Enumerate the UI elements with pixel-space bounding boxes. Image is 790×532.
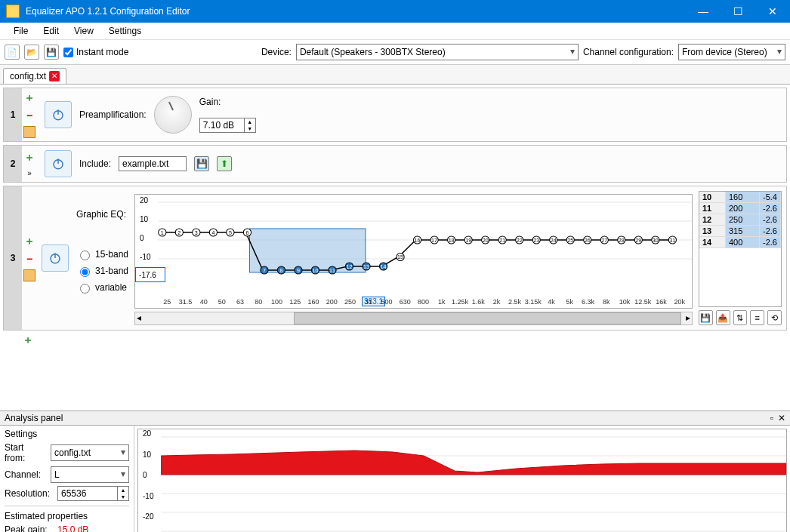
minimize-button[interactable]: — [686, 0, 721, 23]
add-filter-icon[interactable]: ＋ [24, 235, 35, 248]
svg-text:10: 10 [313, 268, 319, 274]
svg-text:3: 3 [195, 230, 198, 236]
tab-close-icon[interactable]: ✕ [49, 71, 60, 81]
tab-config[interactable]: config.txt ✕ [3, 68, 66, 84]
band-table[interactable]: 10160-5.411200-2.612250-2.613315-2.61440… [699, 191, 782, 307]
gain-input[interactable] [200, 119, 244, 131]
edit-filter-icon[interactable] [23, 126, 35, 138]
svg-text:25: 25 [567, 238, 573, 244]
remove-filter-icon[interactable]: − [26, 253, 32, 265]
save-file-button[interactable]: 💾 [44, 45, 59, 60]
svg-text:28: 28 [619, 238, 625, 244]
menu-file[interactable]: File [6, 24, 35, 38]
open-include-button[interactable]: ⬆ [217, 156, 232, 171]
channel-config-dropdown[interactable]: From device (Stereo) [678, 44, 785, 60]
add-row-icon[interactable]: ＋ [23, 334, 33, 346]
power-icon [51, 157, 65, 171]
analysis-chart[interactable]: 20100-10-20-30 6789102030405060100200300… [137, 429, 787, 532]
eq-graph[interactable]: 1234567891011121314151617181920212223242… [134, 194, 693, 309]
include-label: Include: [79, 158, 111, 169]
scroll-left-icon[interactable]: ◂ [137, 312, 141, 323]
svg-text:4: 4 [211, 230, 214, 236]
svg-text:24: 24 [551, 238, 557, 244]
band-row[interactable]: 12250-2.6 [699, 214, 781, 226]
menu-view[interactable]: View [66, 24, 101, 38]
eq-h-scrollbar[interactable]: ◂ ▸ [134, 312, 693, 325]
svg-text:26: 26 [585, 238, 591, 244]
open-file-button[interactable]: 📂 [24, 45, 39, 60]
svg-text:31: 31 [669, 238, 675, 244]
app-icon [6, 5, 20, 18]
add-filter-icon[interactable]: ＋ [24, 151, 35, 165]
mode-variable-radio[interactable]: variable [76, 281, 128, 294]
svg-text:27: 27 [601, 238, 607, 244]
close-button[interactable]: ✕ [755, 0, 790, 23]
graphic-eq-label: Graphic EQ: [76, 209, 128, 220]
row-number-3: 3 [4, 186, 22, 330]
svg-text:1: 1 [161, 230, 164, 236]
add-filter-icon[interactable]: ＋ [24, 91, 35, 105]
invert-bands-button[interactable]: ⇅ [733, 310, 748, 325]
edit-filter-icon[interactable] [23, 269, 35, 281]
power-button[interactable] [45, 101, 72, 128]
close-panel-icon[interactable]: ✕ [778, 413, 785, 423]
channel-dropdown[interactable]: L [51, 466, 129, 483]
band-row[interactable]: 13315-2.6 [699, 226, 781, 237]
row-number-2: 2 [4, 146, 22, 182]
preamp-label: Preamplification: [79, 109, 147, 120]
channel-config-label: Channel configuration: [583, 47, 674, 57]
expand-icon[interactable]: » [27, 169, 32, 177]
band-row[interactable]: 10160-5.4 [699, 192, 781, 203]
start-from-dropdown[interactable]: config.txt [51, 444, 129, 461]
svg-text:29: 29 [635, 238, 641, 244]
instant-mode-checkbox[interactable]: Instant mode [63, 47, 128, 57]
row-number-1: 1 [4, 88, 22, 141]
edit-db-input[interactable] [135, 267, 165, 282]
svg-text:17: 17 [431, 238, 437, 244]
export-bands-button[interactable]: 📤 [716, 310, 730, 325]
menu-settings[interactable]: Settings [101, 24, 149, 38]
gain-knob[interactable] [154, 96, 192, 134]
power-button[interactable] [42, 244, 69, 272]
device-dropdown[interactable]: Default (Speakers - 300BTX Stereo) [296, 44, 579, 60]
save-bands-button[interactable]: 💾 [699, 310, 713, 325]
svg-text:22: 22 [517, 238, 523, 244]
mode-31band-radio[interactable]: 31-band [76, 265, 128, 277]
gain-spinner[interactable]: ▲▼ [199, 118, 256, 133]
analysis-settings-header: Settings [5, 429, 129, 439]
menu-edit[interactable]: Edit [35, 24, 66, 38]
spin-down-icon[interactable]: ▼ [245, 125, 255, 132]
estimated-header: Estimated properties [5, 511, 129, 521]
power-icon [51, 108, 65, 121]
svg-text:20: 20 [483, 238, 489, 244]
maximize-button[interactable]: ☐ [721, 0, 755, 23]
remove-filter-icon[interactable]: − [26, 109, 32, 121]
svg-text:19: 19 [465, 238, 471, 244]
svg-text:8: 8 [280, 268, 283, 274]
new-file-button[interactable]: 📄 [5, 45, 20, 60]
normalize-bands-button[interactable]: ≡ [750, 310, 764, 325]
peak-gain-value: 15.0 dB [57, 524, 88, 532]
svg-text:12: 12 [347, 264, 353, 270]
instant-mode-check-icon[interactable] [63, 48, 73, 57]
resolution-spinner[interactable]: ▲▼ [57, 486, 129, 501]
band-row[interactable]: 14400-2.6 [699, 237, 781, 248]
reset-bands-button[interactable]: ⟲ [767, 310, 782, 325]
svg-text:6: 6 [245, 230, 248, 236]
band-row[interactable]: 11200-2.6 [699, 203, 781, 214]
svg-text:7: 7 [263, 268, 266, 274]
svg-text:15: 15 [397, 255, 403, 261]
svg-text:21: 21 [499, 238, 505, 244]
power-button[interactable] [45, 150, 72, 177]
power-icon [48, 251, 62, 265]
mode-15band-radio[interactable]: 15-band [76, 248, 128, 260]
svg-text:9: 9 [297, 268, 300, 274]
device-label: Device: [261, 47, 292, 57]
dock-icon[interactable]: ▫ [770, 413, 773, 423]
svg-text:2: 2 [177, 230, 181, 236]
browse-button[interactable]: 💾 [194, 156, 209, 171]
svg-text:30: 30 [653, 238, 659, 244]
include-input[interactable] [119, 156, 187, 171]
scroll-right-icon[interactable]: ▸ [686, 312, 690, 323]
spin-up-icon[interactable]: ▲ [245, 118, 255, 125]
